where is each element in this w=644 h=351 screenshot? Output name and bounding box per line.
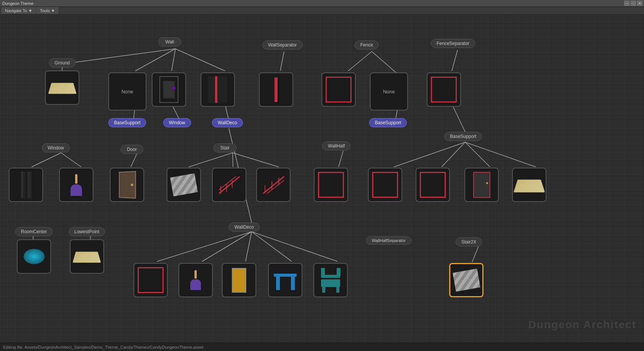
node-walldeco-thumb1[interactable] [133,261,168,297]
node-lowestpoint[interactable]: LowestPoint [69,227,105,274]
stair-rail-icon [217,175,242,196]
wall-none-thumb: None [108,72,146,111]
stair-label: Stair [214,143,236,152]
roomcenter-thumb [17,239,51,274]
lowestpoint-thumb [70,239,104,274]
node-stair2x[interactable]: Stair2X [456,237,482,247]
navigate-to-menu[interactable]: Navigate To ▼ [2,7,36,14]
window-blue-label: Window [163,118,191,127]
roomcenter-label: RoomCenter [15,227,53,236]
node-roomcenter[interactable]: RoomCenter [15,227,53,274]
pool-icon [24,249,45,264]
node-walldeco-thumb2[interactable] [178,261,213,297]
node-fence[interactable]: Fence [355,40,379,50]
node-wall[interactable]: Wall [158,37,181,46]
stair3-thumb [256,168,291,202]
node-ground[interactable]: Ground [45,58,79,105]
node-walldeco-thumb5[interactable] [313,261,348,297]
door-icon [159,76,178,103]
node-walldeco-thumb3[interactable] [222,261,256,297]
node-basesupport1[interactable]: BaseSupport [108,118,146,127]
node-wallseparator[interactable]: WallSeparator [262,40,303,50]
svg-line-7 [280,51,284,71]
walldeco-thumb3 [222,263,256,297]
wallhalf-thumb [314,168,348,202]
bs3-floor-thumb [512,168,546,202]
maximize-button[interactable]: □ [631,1,636,6]
node-walldeco2[interactable]: WallDeco [229,223,260,232]
door-label: Door [120,145,143,154]
wallsep-thumb [259,72,293,107]
svg-line-29 [252,232,337,261]
stair1-thumb [167,168,201,202]
node-wallhalfsep[interactable]: WallHalfSeparator [366,236,411,245]
node-stair3-thumb[interactable] [256,166,291,202]
node-candle-thumb[interactable] [59,166,93,202]
node-window-blue[interactable]: Window [163,118,191,127]
walldeco-candle-icon [190,270,201,290]
minimize-button[interactable]: — [624,1,630,6]
node-stair-label[interactable]: Stair [214,143,236,152]
fence-panel-icon [326,77,352,103]
close-button[interactable]: ✕ [637,1,642,6]
svg-line-23 [233,153,279,167]
node-graph-canvas: Wall WallSeparator Fence FenceSeparator … [0,14,644,342]
node-wall-door[interactable] [201,71,235,107]
bs3-thumb3 [464,168,499,202]
svg-line-39 [263,176,284,194]
node-bs3-thumb3[interactable] [464,166,499,202]
fencesep-panel-icon [431,77,457,103]
wall-thin-icon [275,77,278,102]
node-wall-window1[interactable] [152,71,186,107]
node-wall-none[interactable]: None [108,71,146,111]
node-wallhalf-thumb[interactable] [314,166,348,202]
stair2x-thumb [449,263,483,297]
svg-line-13 [452,104,465,132]
node-stair2x-thumb[interactable] [449,261,483,297]
ground-thumb [45,71,79,105]
svg-line-35 [219,176,236,190]
node-door-label[interactable]: Door [120,145,143,154]
node-basesupport3[interactable]: BaseSupport [444,132,482,141]
node-bs3-thumb4[interactable] [512,166,546,202]
node-door3d-thumb[interactable] [110,166,144,202]
wall-door-thumb [201,72,235,107]
node-wallhalf-label[interactable]: WallHalf [322,141,350,151]
node-stair2-thumb[interactable] [212,166,246,202]
basesupport3-label: BaseSupport [444,132,482,141]
stair2x-icon [453,269,480,292]
basesupport2-label: BaseSupport [369,118,407,127]
stair-rail2-icon [261,175,286,196]
walldeco-thumb1 [133,263,168,297]
node-walldeco-blue[interactable]: WallDeco [212,118,243,127]
tools-menu[interactable]: Tools ▼ [37,7,59,14]
node-window-label[interactable]: Window [42,143,70,152]
curtain-icon [20,171,32,198]
window-controls[interactable]: — □ ✕ [624,1,642,6]
node-wallsep-thumb[interactable] [259,71,293,107]
node-fence-none[interactable]: None [370,71,408,111]
svg-line-2 [172,49,175,71]
svg-line-10 [452,50,458,71]
fencesep-thumb [427,72,461,107]
node-bs3-thumb2[interactable] [416,166,450,202]
window-title: Dungeon Theme [2,1,34,6]
svg-line-27 [246,232,252,261]
node-walldeco-thumb4[interactable] [268,261,302,297]
node-stair1-thumb[interactable] [167,166,201,202]
node-bs3-thumb1[interactable] [368,166,402,202]
node-basesupport2[interactable]: BaseSupport [369,118,407,127]
node-fence-thumb[interactable] [321,71,356,107]
watermark: Dungeon Architect [528,319,636,331]
node-fenceseparator[interactable]: FenceSeparator [431,39,475,48]
svg-line-28 [252,232,292,261]
svg-line-16 [465,142,490,167]
svg-line-34 [219,176,240,194]
bs3-thumb1 [368,168,402,202]
node-fencesep-thumb[interactable] [427,71,461,107]
node-curtain-thumb[interactable] [9,166,43,202]
walldeco-thumb4 [268,263,302,297]
wall-label: Wall [158,37,181,46]
svg-line-21 [189,153,233,167]
wallhalf-label: WallHalf [322,141,350,151]
